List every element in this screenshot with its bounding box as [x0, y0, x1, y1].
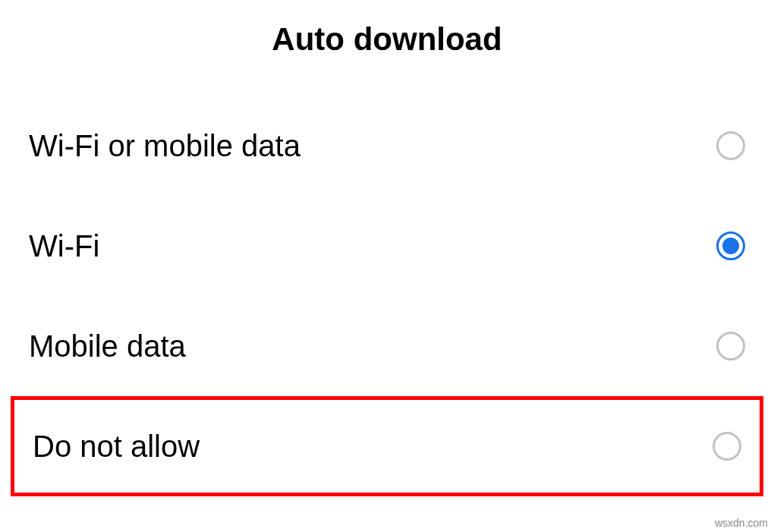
option-mobile-data[interactable]: Mobile data [0, 296, 774, 396]
option-wifi-or-mobile[interactable]: Wi-Fi or mobile data [0, 96, 774, 196]
radio-icon-selected [716, 231, 745, 260]
option-label: Mobile data [29, 328, 186, 364]
option-wifi[interactable]: Wi-Fi [0, 196, 774, 296]
option-label: Do not allow [33, 428, 200, 464]
option-label: Wi-Fi [29, 228, 99, 264]
radio-icon [713, 432, 741, 461]
watermark-text: wsxdn.com [715, 517, 768, 529]
radio-icon [716, 332, 745, 360]
radio-icon [716, 131, 745, 160]
settings-dialog: Auto download Wi-Fi or mobile data Wi-Fi… [0, 0, 774, 532]
option-label: Wi-Fi or mobile data [29, 127, 300, 164]
option-do-not-allow[interactable]: Do not allow [11, 396, 763, 496]
dialog-title: Auto download [0, 0, 774, 96]
